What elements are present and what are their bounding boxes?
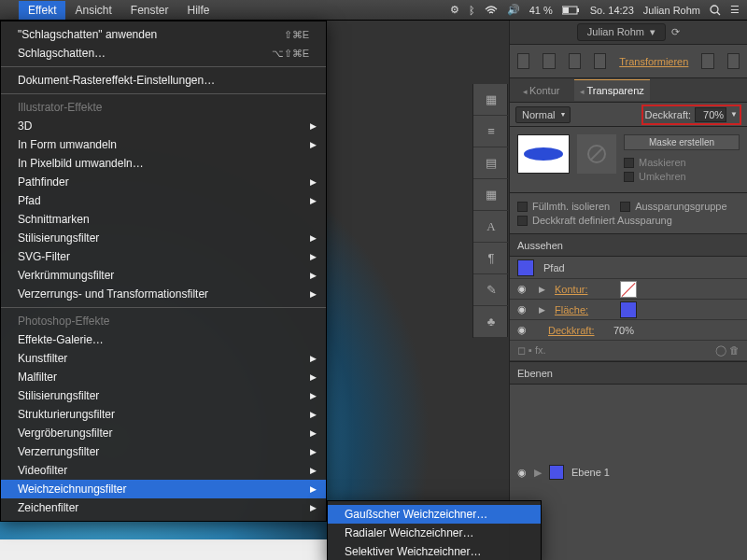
eye-icon[interactable]: ◉ (517, 283, 529, 295)
menu-item[interactable]: Zeichenfilter (1, 498, 326, 517)
layers-body[interactable]: ◉ ▶ Ebene 1 (510, 385, 747, 560)
artboard-edge (0, 539, 327, 560)
transparency-tabs: Kontur Transparenz (510, 78, 747, 103)
tool-btn-5[interactable] (701, 53, 713, 69)
bars-icon[interactable]: ≡ (473, 116, 509, 147)
submenu-item[interactable]: Gaußscher Weichzeichner… (328, 505, 541, 524)
svg-line-6 (591, 148, 602, 160)
tool-btn-3[interactable] (569, 53, 581, 69)
chk-opacity-knockout[interactable] (517, 216, 528, 226)
chk-umkehren[interactable] (624, 172, 634, 182)
chk-maskieren[interactable] (624, 158, 634, 168)
menu-item[interactable]: Effekte-Galerie… (1, 330, 326, 349)
user-name[interactable]: Julian Rohm (643, 5, 700, 16)
opacity-label: Deckkraft: (645, 109, 692, 120)
create-mask-button[interactable]: Maske erstellen (624, 134, 740, 150)
gear-icon[interactable]: ⚙ (450, 4, 459, 16)
svg-rect-2 (577, 8, 579, 12)
mask-thumbnail[interactable] (577, 134, 616, 174)
tool-btn-2[interactable] (543, 53, 555, 69)
tool-btn-4[interactable] (594, 53, 606, 69)
grid-icon[interactable]: ▦ (473, 84, 509, 116)
sync-icon[interactable]: ⟳ (671, 26, 680, 38)
symbol-icon[interactable]: ♣ (473, 306, 509, 338)
menu-item[interactable]: In Form umwandeln (1, 135, 326, 154)
menu-fenster[interactable]: Fenster (121, 1, 178, 20)
menu-item[interactable]: Pfad (1, 191, 326, 210)
menu-item[interactable]: Verkrümmungsfilter (1, 266, 326, 285)
stack-icon[interactable]: ▦ (473, 179, 509, 211)
chk-knockout[interactable] (620, 202, 630, 212)
menu-item[interactable]: 3D (1, 117, 326, 135)
menu-item[interactable]: Schlagschatten…⌥⇧⌘E (1, 44, 326, 63)
menu-item[interactable]: Pathfinder (1, 173, 326, 191)
row-kontur[interactable]: Kontur: (555, 284, 611, 295)
opacity-highlight: Deckkraft: 70% ▼ (641, 105, 741, 125)
fill-swatch[interactable] (620, 301, 637, 318)
eye-icon[interactable]: ◉ (517, 324, 529, 336)
tool-btn-6[interactable] (727, 53, 740, 69)
text-icon[interactable]: A (473, 211, 509, 243)
transform-link[interactable]: Transformieren (619, 56, 688, 67)
workspace-switcher[interactable]: Julian Rohm ▾ ⟳ (510, 21, 747, 45)
eye-icon[interactable]: ◉ (517, 303, 529, 315)
menu-item[interactable]: Malfilter (1, 368, 326, 386)
svg-point-3 (711, 6, 718, 13)
menu-item[interactable]: "Schlagschatten" anwenden⇧⌘E (1, 25, 326, 44)
opacity-row: Normal Deckkraft: 70% ▼ (510, 103, 747, 127)
status-area: ⚙ ᛒ 🔊 41 % So. 14:23 Julian Rohm ☰ (450, 4, 740, 16)
tab-kontur[interactable]: Kontur (517, 80, 565, 101)
menu-hilfe[interactable]: Hilfe (178, 1, 219, 20)
menu-item[interactable]: Kunstfilter (1, 349, 326, 368)
tab-transparenz[interactable]: Transparenz (574, 79, 649, 101)
opacity-input[interactable]: 70% (695, 107, 726, 122)
spotlight-icon[interactable] (710, 5, 721, 16)
row-deckkraft[interactable]: Deckkraft: (548, 325, 604, 336)
appearance-header[interactable]: Aussehen (510, 234, 747, 257)
menu-item[interactable]: Dokument-Rastereffekt-Einstellungen… (1, 71, 326, 90)
layer-swatch[interactable] (549, 465, 564, 480)
menu-item[interactable]: Verzerrungs- und Transformationsfilter (1, 285, 326, 303)
layer-name[interactable]: Ebene 1 (571, 467, 610, 478)
paragraph-icon[interactable]: ¶ (473, 243, 509, 274)
clock[interactable]: So. 14:23 (590, 5, 634, 16)
submenu-item[interactable]: Selektiver Weichzeichner… (328, 542, 541, 560)
eye-icon[interactable]: ◉ (517, 467, 527, 479)
menu-item[interactable]: Stilisierungsfilter (1, 229, 326, 247)
menubar: Effekt Ansicht Fenster Hilfe ⚙ ᛒ 🔊 41 % … (0, 0, 747, 21)
menu-effekt[interactable]: Effekt (19, 1, 65, 20)
right-panel: Julian Rohm ▾ ⟳ Transformieren Kontur Tr… (509, 21, 747, 560)
menu-ansicht[interactable]: Ansicht (65, 1, 120, 20)
menu-item[interactable]: Stilisierungsfilter (1, 386, 326, 405)
path-label: Pfad (543, 262, 565, 273)
volume-icon[interactable]: 🔊 (507, 4, 520, 16)
layer-icon[interactable]: ▤ (473, 147, 509, 179)
panel-dock-icons: ▦ ≡ ▤ ▦ A ¶ ✎ ♣ (472, 84, 508, 338)
stroke-swatch[interactable] (620, 281, 637, 298)
svg-rect-1 (563, 7, 569, 13)
battery-icon[interactable] (562, 6, 581, 15)
mask-area: Maske erstellen Maskieren Umkehren (510, 127, 747, 193)
chk-isolate[interactable] (517, 202, 528, 212)
menu-item[interactable]: Schnittmarken (1, 210, 326, 229)
menu-item: Photoshop-Effekte (1, 312, 326, 330)
menu-item[interactable]: Strukturierungsfilter (1, 405, 326, 424)
layers-header[interactable]: Ebenen (510, 362, 747, 385)
menu-item[interactable]: Videofilter (1, 461, 326, 480)
menu-item[interactable]: Vergröberungsfilter (1, 424, 326, 442)
blend-mode-select[interactable]: Normal (515, 106, 571, 123)
menu-item[interactable]: In Pixelbild umwandeln… (1, 154, 326, 173)
brush-icon[interactable]: ✎ (473, 274, 509, 306)
tool-btn-1[interactable] (517, 53, 529, 69)
battery-text: 41 % (529, 5, 553, 16)
menu-item[interactable]: Verzerrungsfilter (1, 442, 326, 461)
object-thumbnail[interactable] (517, 134, 570, 174)
list-icon[interactable]: ☰ (730, 4, 740, 16)
row-flaeche[interactable]: Fläche: (555, 304, 611, 315)
submenu-item[interactable]: Radialer Weichzeichner… (328, 524, 541, 542)
wifi-icon[interactable] (485, 6, 498, 15)
menu-item[interactable]: Weichzeichnungsfilter (1, 480, 326, 498)
bluetooth-icon[interactable]: ᛒ (469, 5, 475, 16)
path-swatch[interactable] (517, 259, 534, 276)
menu-item[interactable]: SVG-Filter (1, 247, 326, 266)
